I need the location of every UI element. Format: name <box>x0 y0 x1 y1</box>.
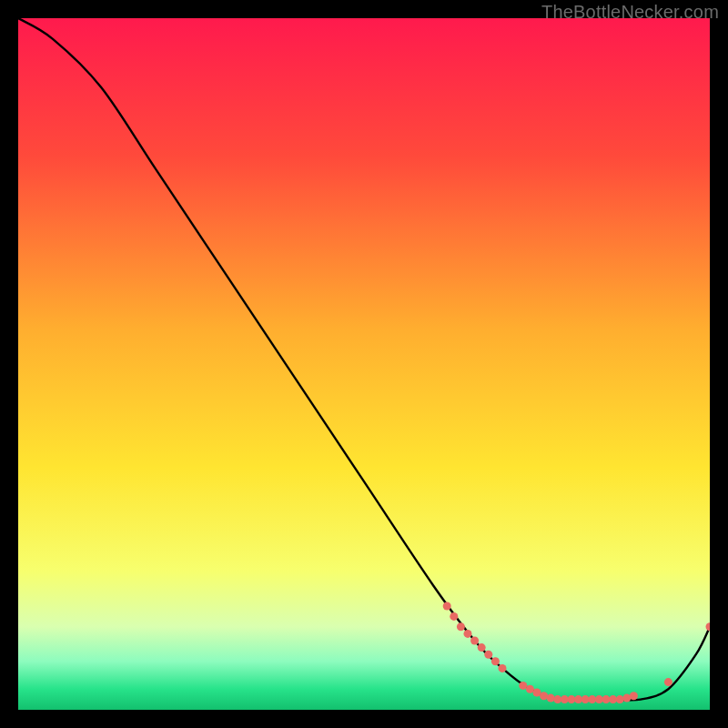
chart-marker <box>547 694 555 703</box>
chart-marker <box>478 643 486 652</box>
chart-background <box>18 18 710 710</box>
chart-marker <box>540 692 548 700</box>
chart-marker <box>464 630 472 638</box>
chart-frame: TheBottleNecker.com <box>0 0 728 728</box>
chart-marker <box>457 622 465 631</box>
chart-marker <box>622 694 631 703</box>
chart-marker <box>484 651 492 659</box>
chart-marker <box>630 692 638 700</box>
chart-marker <box>499 664 507 672</box>
chart-marker <box>443 602 451 611</box>
chart-marker <box>491 657 500 665</box>
chart-svg <box>18 18 710 710</box>
chart-marker <box>470 637 479 645</box>
chart-marker <box>664 678 672 686</box>
chart-marker <box>616 695 624 703</box>
chart-marker <box>450 612 458 621</box>
chart-plot-area <box>18 18 710 710</box>
